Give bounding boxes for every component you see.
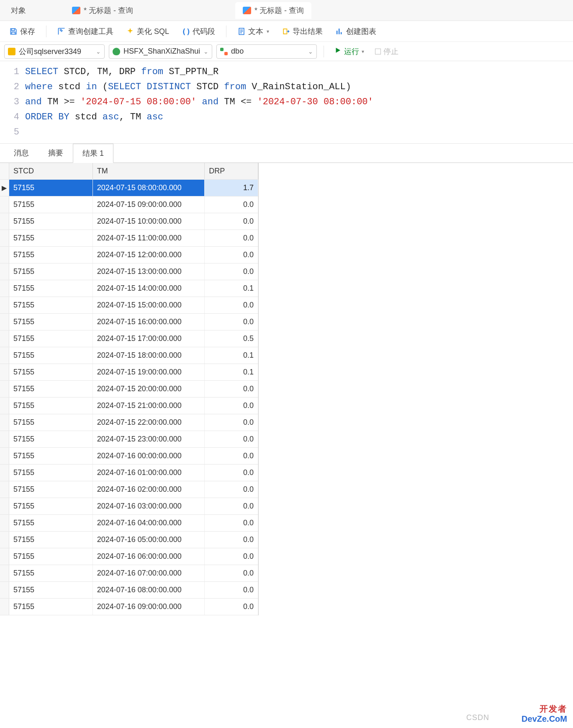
table-row[interactable]: 571552024-07-15 19:00:00.0000.1	[0, 364, 258, 381]
cell-tm[interactable]: 2024-07-16 06:00:00.000	[93, 548, 205, 565]
export-button[interactable]: 导出结果	[278, 25, 327, 38]
editor-code[interactable]: SELECT STCD, TM, DRP from ST_PPTN_Rwhere…	[25, 65, 573, 140]
table-row[interactable]: 571552024-07-15 22:00:00.0000.0	[0, 414, 258, 431]
cell-tm[interactable]: 2024-07-15 11:00:00.000	[93, 230, 205, 246]
tab-objects[interactable]: 对象	[3, 2, 62, 19]
cell-drp[interactable]: 0.0	[205, 414, 258, 431]
cell-drp[interactable]: 0.0	[205, 548, 258, 565]
cell-tm[interactable]: 2024-07-16 00:00:00.000	[93, 448, 205, 464]
table-row[interactable]: 571552024-07-16 08:00:00.0000.0	[0, 582, 258, 599]
server-dropdown[interactable]: 公司sqlserver3349 ⌄	[4, 44, 105, 59]
cell-stcd[interactable]: 57155	[9, 381, 93, 397]
table-row[interactable]: 571552024-07-15 11:00:00.0000.0	[0, 230, 258, 247]
table-row[interactable]: 571552024-07-15 16:00:00.0000.0	[0, 314, 258, 330]
cell-stcd[interactable]: 57155	[9, 263, 93, 280]
cell-stcd[interactable]: 57155	[9, 431, 93, 447]
cell-tm[interactable]: 2024-07-15 14:00:00.000	[93, 280, 205, 297]
table-row[interactable]: 571552024-07-15 15:00:00.0000.0	[0, 297, 258, 314]
cell-drp[interactable]: 1.7	[205, 180, 258, 196]
cell-stcd[interactable]: 57155	[9, 330, 93, 347]
cell-drp[interactable]: 0.0	[205, 381, 258, 397]
cell-stcd[interactable]: 57155	[9, 498, 93, 514]
cell-tm[interactable]: 2024-07-16 02:00:00.000	[93, 481, 205, 498]
run-button[interactable]: 运行 ▾	[331, 45, 367, 58]
table-row[interactable]: 571552024-07-15 12:00:00.0000.0	[0, 247, 258, 263]
tab-messages[interactable]: 消息	[4, 143, 39, 163]
cell-drp[interactable]: 0.0	[205, 582, 258, 598]
table-row[interactable]: 571552024-07-15 20:00:00.0000.0	[0, 381, 258, 398]
cell-tm[interactable]: 2024-07-16 01:00:00.000	[93, 465, 205, 481]
table-row[interactable]: 571552024-07-16 01:00:00.0000.0	[0, 465, 258, 481]
cell-drp[interactable]: 0.0	[205, 196, 258, 213]
cell-stcd[interactable]: 57155	[9, 230, 93, 246]
cell-drp[interactable]: 0.0	[205, 565, 258, 581]
chart-button[interactable]: 创建图表	[331, 25, 380, 38]
table-row[interactable]: 571552024-07-16 04:00:00.0000.0	[0, 515, 258, 532]
table-row[interactable]: 571552024-07-16 07:00:00.0000.0	[0, 565, 258, 582]
cell-stcd[interactable]: 57155	[9, 247, 93, 263]
snippet-button[interactable]: () 代码段	[177, 25, 219, 38]
cell-stcd[interactable]: 57155	[9, 297, 93, 313]
cell-stcd[interactable]: 57155	[9, 364, 93, 380]
cell-tm[interactable]: 2024-07-15 16:00:00.000	[93, 314, 205, 330]
cell-tm[interactable]: 2024-07-15 18:00:00.000	[93, 347, 205, 364]
table-row[interactable]: 571552024-07-15 14:00:00.0000.1	[0, 280, 258, 297]
cell-stcd[interactable]: 57155	[9, 213, 93, 230]
cell-stcd[interactable]: 57155	[9, 196, 93, 213]
col-header-stcd[interactable]: STCD	[9, 163, 93, 179]
table-row[interactable]: 571552024-07-15 21:00:00.0000.0	[0, 398, 258, 414]
table-row[interactable]: 571552024-07-15 10:00:00.0000.0	[0, 213, 258, 230]
cell-stcd[interactable]: 57155	[9, 414, 93, 431]
cell-drp[interactable]: 0.0	[205, 398, 258, 414]
cell-stcd[interactable]: 57155	[9, 548, 93, 565]
cell-stcd[interactable]: 57155	[9, 565, 93, 581]
cell-drp[interactable]: 0.1	[205, 364, 258, 380]
cell-tm[interactable]: 2024-07-16 03:00:00.000	[93, 498, 205, 514]
cell-drp[interactable]: 0.0	[205, 532, 258, 548]
cell-drp[interactable]: 0.0	[205, 498, 258, 514]
cell-drp[interactable]: 0.0	[205, 213, 258, 230]
table-row[interactable]: 571552024-07-16 02:00:00.0000.0	[0, 481, 258, 498]
cell-stcd[interactable]: 57155	[9, 532, 93, 548]
sql-editor[interactable]: 1 2 3 4 5 SELECT STCD, TM, DRP from ST_P…	[0, 61, 573, 144]
table-row[interactable]: 571552024-07-15 13:00:00.0000.0	[0, 263, 258, 280]
cell-stcd[interactable]: 57155	[9, 448, 93, 464]
cell-drp[interactable]: 0.1	[205, 347, 258, 364]
save-button[interactable]: 保存	[5, 25, 39, 38]
table-row[interactable]: 571552024-07-16 05:00:00.0000.0	[0, 532, 258, 548]
cell-stcd[interactable]: 57155	[9, 481, 93, 498]
table-row[interactable]: 571552024-07-16 06:00:00.0000.0	[0, 548, 258, 565]
cell-stcd[interactable]: 57155	[9, 465, 93, 481]
cell-tm[interactable]: 2024-07-16 05:00:00.000	[93, 532, 205, 548]
table-row[interactable]: 571552024-07-15 17:00:00.0000.5	[0, 330, 258, 347]
cell-stcd[interactable]: 57155	[9, 515, 93, 531]
cell-drp[interactable]: 0.0	[205, 599, 258, 615]
cell-drp[interactable]: 0.0	[205, 314, 258, 330]
table-row[interactable]: ▶571552024-07-15 08:00:00.0001.7	[0, 180, 258, 196]
cell-stcd[interactable]: 57155	[9, 347, 93, 364]
cell-drp[interactable]: 0.1	[205, 280, 258, 297]
table-row[interactable]: 571552024-07-16 03:00:00.0000.0	[0, 498, 258, 515]
cell-tm[interactable]: 2024-07-15 22:00:00.000	[93, 414, 205, 431]
cell-stcd[interactable]: 57155	[9, 582, 93, 598]
cell-tm[interactable]: 2024-07-15 10:00:00.000	[93, 213, 205, 230]
table-row[interactable]: 571552024-07-15 23:00:00.0000.0	[0, 431, 258, 448]
tab-summary[interactable]: 摘要	[39, 143, 73, 163]
cell-stcd[interactable]: 57155	[9, 599, 93, 615]
cell-drp[interactable]: 0.0	[205, 263, 258, 280]
text-button[interactable]: 文本 ▾	[233, 25, 273, 38]
cell-tm[interactable]: 2024-07-15 08:00:00.000	[93, 180, 205, 196]
cell-tm[interactable]: 2024-07-15 13:00:00.000	[93, 263, 205, 280]
cell-drp[interactable]: 0.5	[205, 330, 258, 347]
cell-drp[interactable]: 0.0	[205, 247, 258, 263]
tab-query-2[interactable]: * 无标题 - 查询	[235, 2, 311, 19]
result-grid[interactable]: STCD TM DRP ▶571552024-07-15 08:00:00.00…	[0, 163, 259, 615]
cell-stcd[interactable]: 57155	[9, 280, 93, 297]
cell-tm[interactable]: 2024-07-15 23:00:00.000	[93, 431, 205, 447]
cell-drp[interactable]: 0.0	[205, 481, 258, 498]
cell-tm[interactable]: 2024-07-15 09:00:00.000	[93, 196, 205, 213]
cell-stcd[interactable]: 57155	[9, 398, 93, 414]
schema-dropdown[interactable]: dbo ⌄	[216, 44, 317, 59]
database-dropdown[interactable]: HSFX_ShanXiZhaShui ⌄	[109, 44, 212, 59]
cell-tm[interactable]: 2024-07-15 12:00:00.000	[93, 247, 205, 263]
